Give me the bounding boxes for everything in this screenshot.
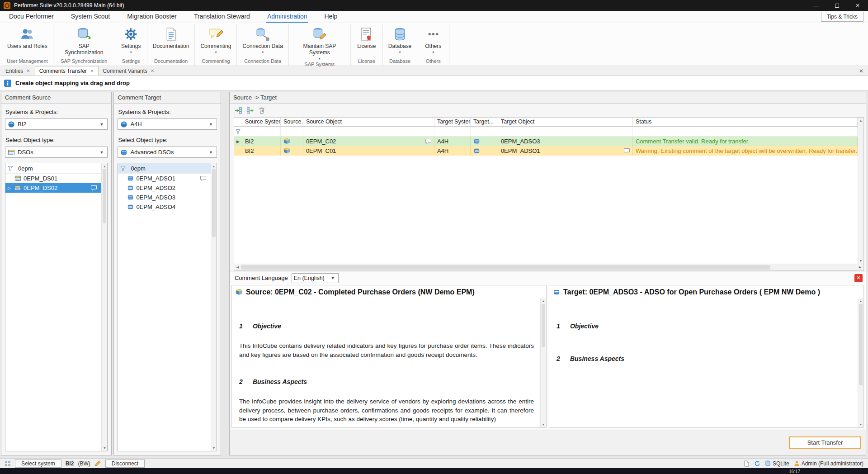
- connection-data-button[interactable]: Connection Data ▾: [240, 25, 285, 57]
- column-header-target-system[interactable]: Target System: [434, 118, 471, 126]
- grid-header-row: Source System Source... Source Object Ta…: [234, 118, 858, 127]
- transfer-in-icon[interactable]: [235, 107, 242, 114]
- window-title: Performer Suite v20.3.0.0.28499 Main (64…: [14, 2, 124, 9]
- scroll-up-icon[interactable]: ▲: [542, 298, 545, 304]
- transfer-out-icon[interactable]: [246, 107, 254, 114]
- list-item-0epm-adso3[interactable]: 0EPM_ADSO3: [118, 193, 211, 202]
- app-logo-icon: [4, 2, 10, 9]
- chevron-down-icon: ▼: [208, 122, 214, 127]
- sqlite-db-icon: [765, 460, 771, 466]
- grid-horizontal-scrollbar[interactable]: ◀ ▶: [234, 264, 863, 270]
- expander-icon[interactable]: ▶: [234, 137, 242, 146]
- column-header-source-type[interactable]: Source...: [281, 118, 303, 126]
- column-header-status[interactable]: Status: [633, 118, 858, 126]
- tab-comment-variants[interactable]: Comment Variants✕: [99, 66, 159, 76]
- edit-system-pencil-icon[interactable]: [94, 460, 101, 467]
- expander-icon[interactable]: ▷: [6, 186, 12, 190]
- log-page-icon[interactable]: [743, 460, 750, 467]
- disconnect-button[interactable]: Disconnect: [105, 460, 145, 468]
- close-tab-icon[interactable]: ✕: [90, 68, 94, 73]
- close-tab-icon[interactable]: ✕: [26, 68, 30, 73]
- others-button[interactable]: Others ▾: [420, 25, 446, 57]
- user-icon: [794, 460, 800, 466]
- source-object-list: 0epm 0EPM_DS01 ▷ 0EPM_DS0: [5, 163, 108, 451]
- scrollbar-thumb[interactable]: [212, 169, 216, 237]
- delete-mapping-icon[interactable]: [258, 107, 265, 114]
- list-item-0epm-ds02[interactable]: ▷ 0EPM_DS02: [5, 183, 101, 193]
- settings-button[interactable]: Settings ▾: [118, 25, 144, 57]
- chevron-down-icon: ▼: [208, 150, 214, 155]
- scroll-up-icon[interactable]: ▲: [212, 163, 215, 169]
- refresh-icon[interactable]: [754, 460, 760, 467]
- documentation-button[interactable]: Documentation: [150, 25, 192, 57]
- scroll-up-icon[interactable]: ▲: [859, 298, 863, 304]
- start-transfer-button[interactable]: Start Transfer: [789, 436, 861, 449]
- source-comment-pane: Source: 0EPM_C02 - Completed Purchase Or…: [231, 285, 547, 428]
- dso-icon: [8, 149, 15, 156]
- users-and-roles-button[interactable]: Users and Roles: [5, 25, 50, 57]
- close-compare-button[interactable]: ✕: [854, 274, 863, 282]
- scrollbar-thumb[interactable]: [103, 169, 106, 223]
- grid-vertical-scrollbar[interactable]: ▲ ▼: [858, 118, 863, 264]
- source-doc-scrollbar[interactable]: ▲ ▼: [540, 298, 546, 427]
- scroll-down-icon[interactable]: ▼: [212, 445, 215, 451]
- source-system-dropdown[interactable]: BI2 ▼: [5, 118, 108, 130]
- sap-synchronization-button[interactable]: SAP Synchronization: [56, 25, 112, 57]
- scroll-right-icon[interactable]: ▶: [857, 265, 863, 269]
- database-button[interactable]: Database ▾: [386, 25, 414, 57]
- target-filter-row[interactable]: 0epm: [118, 163, 211, 174]
- scroll-down-icon[interactable]: ▼: [103, 445, 106, 451]
- source-list-scrollbar[interactable]: ▲ ▼: [101, 163, 107, 451]
- target-list-scrollbar[interactable]: ▲ ▼: [211, 163, 217, 451]
- maintain-sap-systems-button[interactable]: Maintain SAP Systems ▾: [292, 25, 348, 61]
- menu-tab-administration[interactable]: Administration: [266, 11, 308, 23]
- target-system-dropdown[interactable]: A4H ▼: [118, 118, 217, 130]
- commenting-button[interactable]: Commenting ▾: [198, 25, 234, 57]
- list-item-0epm-adso1[interactable]: 0EPM_ADSO1: [118, 174, 211, 183]
- grid-filter-row[interactable]: [234, 127, 858, 137]
- list-item-0epm-ds01[interactable]: 0EPM_DS01: [5, 174, 101, 183]
- column-header-target-type[interactable]: Target...: [471, 118, 498, 126]
- scroll-up-icon[interactable]: ▲: [103, 163, 106, 169]
- scrollbar-thumb[interactable]: [859, 304, 863, 385]
- column-header-source-system[interactable]: Source System: [242, 118, 281, 126]
- tab-comments-transfer[interactable]: Comments Transfer✕: [35, 66, 99, 76]
- scroll-left-icon[interactable]: ◀: [234, 265, 241, 269]
- chevron-down-icon: ▾: [130, 51, 132, 54]
- mapping-row-2[interactable]: BI2 0EPM_C01 A4H 0EPM_ADSO1: [234, 146, 858, 156]
- scroll-down-icon[interactable]: ▼: [859, 258, 863, 264]
- source-filter-row[interactable]: 0epm: [5, 163, 101, 174]
- source-object-type-dropdown[interactable]: DSOs ▼: [5, 147, 108, 158]
- select-system-button[interactable]: Select system: [15, 460, 61, 468]
- menu-tab-translation-steward[interactable]: Translation Steward: [193, 11, 251, 23]
- list-item-0epm-adso2[interactable]: 0EPM_ADSO2: [118, 183, 211, 193]
- list-item-0epm-adso4[interactable]: 0EPM_ADSO4: [118, 202, 211, 212]
- mapping-row-1[interactable]: ▶ BI2 0EPM_C02 A4H: [234, 137, 858, 146]
- ribbon-group-connection-data: Connection Data ▾ Connection Data: [237, 24, 288, 66]
- menu-tab-docu-performer[interactable]: Docu Performer: [8, 11, 55, 23]
- column-header-target-object[interactable]: Target Object: [498, 118, 633, 126]
- column-header-source-object[interactable]: Source Object: [303, 118, 434, 126]
- target-object-type-dropdown[interactable]: Advanced DSOs ▼: [118, 147, 217, 158]
- close-tab-icon[interactable]: ✕: [151, 68, 154, 73]
- close-document-icon[interactable]: ✕: [859, 68, 863, 74]
- menu-tab-system-scout[interactable]: System Scout: [70, 11, 111, 23]
- maximize-button[interactable]: [826, 0, 847, 11]
- main-area: Comment Source Systems & Projects: BI2 ▼…: [0, 90, 868, 458]
- menu-tab-migration-booster[interactable]: Migration Booster: [126, 11, 178, 23]
- target-doc-scrollbar[interactable]: ▲ ▼: [858, 298, 863, 427]
- close-button[interactable]: ✕: [847, 0, 868, 11]
- scroll-down-icon[interactable]: ▼: [859, 422, 863, 427]
- scroll-down-icon[interactable]: ▼: [542, 422, 545, 427]
- scroll-up-icon[interactable]: ▲: [859, 118, 863, 123]
- minimize-button[interactable]: —: [806, 0, 826, 11]
- comment-language-dropdown[interactable]: En (English) ▼: [292, 273, 339, 283]
- license-button[interactable]: License: [354, 25, 380, 57]
- tips-and-tricks-button[interactable]: Tips & Tricks: [821, 12, 863, 22]
- scrollbar-thumb[interactable]: [241, 265, 770, 270]
- menu-tab-help[interactable]: Help: [324, 11, 339, 23]
- ribbon-group-commenting: Commenting ▾ Commenting: [195, 24, 237, 66]
- status-text: Warning. Existing comment of the target …: [633, 146, 858, 156]
- tab-entities[interactable]: Entities✕: [1, 66, 35, 76]
- scrollbar-thumb[interactable]: [542, 304, 545, 347]
